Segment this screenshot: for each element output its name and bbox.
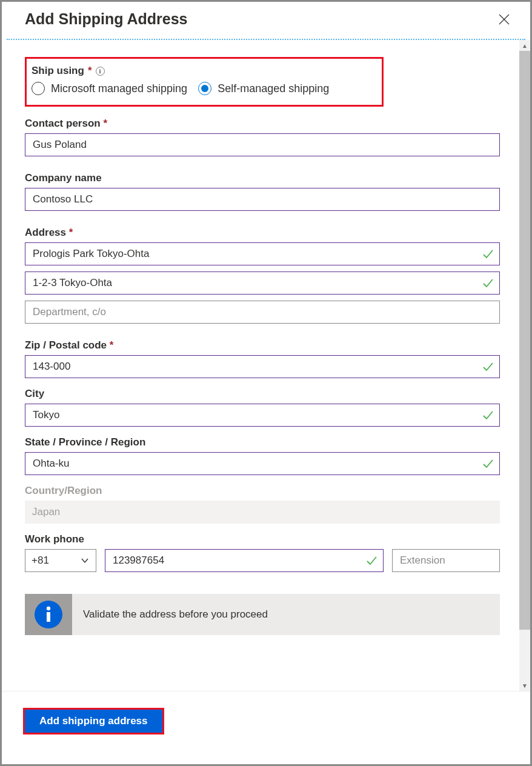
country-label: Country/Region	[25, 485, 500, 497]
country-value: Japan	[32, 506, 60, 518]
add-shipping-address-button[interactable]: Add shipping address	[25, 710, 162, 733]
country-readonly: Japan	[25, 501, 500, 524]
form-scroll-area: Ship using * i Microsoft managed shippin…	[2, 40, 530, 691]
zip-input[interactable]	[25, 355, 500, 378]
contact-person-label: Contact person *	[25, 118, 500, 130]
ship-using-label-text: Ship using	[32, 65, 84, 77]
ship-using-label: Ship using * i	[32, 65, 371, 77]
state-input[interactable]	[25, 452, 500, 475]
zip-label: Zip / Postal code *	[25, 339, 500, 351]
address-line2-input[interactable]	[25, 271, 500, 295]
radio-self-label: Self-managed shipping	[218, 82, 329, 95]
work-phone-label: Work phone	[25, 533, 500, 545]
scrollbar-thumb[interactable]	[519, 51, 530, 630]
svg-point-2	[47, 607, 50, 610]
panel-header: Add Shipping Address	[2, 2, 530, 39]
phone-number-input[interactable]	[105, 549, 384, 572]
radio-self-managed[interactable]: Self-managed shipping	[198, 82, 329, 95]
radio-microsoft-managed[interactable]: Microsoft managed shipping	[32, 82, 187, 95]
panel-footer: Add shipping address	[2, 691, 530, 733]
close-icon	[498, 13, 510, 25]
city-input[interactable]	[25, 404, 500, 427]
address-line1-input[interactable]	[25, 242, 500, 265]
scrollbar-up-arrow[interactable]: ▲	[519, 40, 530, 51]
info-icon[interactable]: i	[96, 67, 105, 76]
scrollbar[interactable]: ▲ ▼	[519, 40, 530, 691]
dial-code-value: +81	[32, 555, 49, 567]
city-label: City	[25, 388, 500, 400]
radio-microsoft-label: Microsoft managed shipping	[51, 82, 187, 95]
phone-extension-input[interactable]	[392, 549, 500, 572]
required-asterisk: *	[110, 339, 114, 351]
address-label: Address *	[25, 227, 500, 239]
panel-title: Add Shipping Address	[25, 10, 188, 28]
add-shipping-address-panel: Add Shipping Address Ship using * i Micr…	[0, 0, 532, 766]
validation-info-banner: Validate the address before you proceed	[25, 594, 500, 635]
contact-person-input[interactable]	[25, 133, 500, 156]
dial-code-select[interactable]: +81	[25, 549, 96, 572]
chevron-down-icon	[80, 556, 90, 565]
company-name-input[interactable]	[25, 188, 500, 211]
ship-using-group: Ship using * i Microsoft managed shippin…	[25, 57, 384, 107]
close-button[interactable]	[496, 12, 512, 27]
svg-rect-3	[47, 612, 50, 622]
scrollbar-down-arrow[interactable]: ▼	[519, 680, 530, 691]
required-asterisk: *	[88, 65, 92, 77]
company-name-label: Company name	[25, 172, 500, 184]
address-line3-input[interactable]	[25, 301, 500, 324]
banner-message: Validate the address before you proceed	[72, 594, 279, 635]
info-circle-icon	[35, 601, 62, 628]
required-asterisk: *	[103, 118, 107, 129]
state-label: State / Province / Region	[25, 436, 500, 448]
required-asterisk: *	[69, 227, 73, 238]
